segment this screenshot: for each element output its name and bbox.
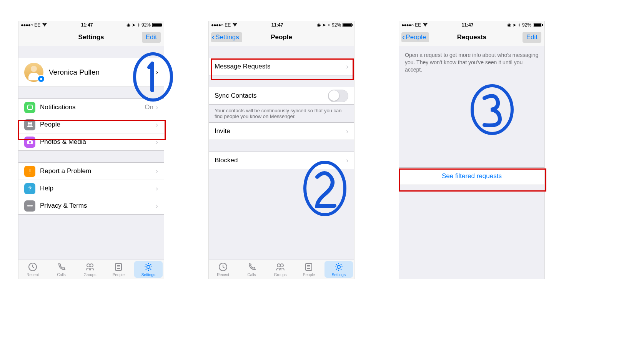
row-label: Sync Contacts xyxy=(215,92,328,100)
orientation-lock-icon: ◉ xyxy=(317,22,321,28)
tab-recent[interactable]: Recent xyxy=(209,260,237,279)
page-title: People xyxy=(271,33,292,41)
notification-icon xyxy=(24,102,35,113)
tab-people[interactable]: People xyxy=(295,260,323,279)
bluetooth-icon: ᚼ xyxy=(328,22,330,28)
row-label: People xyxy=(40,121,156,128)
screen-requests: ●●●●○ EE 11:47 ◉ ➤ ᚼ 92% ‹ People Reques… xyxy=(399,21,545,279)
tab-calls[interactable]: Calls xyxy=(237,260,266,279)
filtered-link[interactable]: See filtered requests xyxy=(442,172,502,180)
chevron-left-icon: ‹ xyxy=(402,33,405,42)
tab-label: Groups xyxy=(84,273,97,277)
clock: 11:47 xyxy=(462,22,474,28)
see-filtered-requests[interactable]: See filtered requests xyxy=(399,168,544,185)
chevron-left-icon: ‹ xyxy=(212,33,215,42)
svg-rect-5 xyxy=(29,140,31,141)
people-row-message-requests[interactable]: Message Requests › xyxy=(209,58,354,75)
svg-point-9 xyxy=(27,205,29,207)
tab-groups[interactable]: Groups xyxy=(76,260,104,279)
settings-row-report[interactable]: Report a Problem › xyxy=(18,163,164,180)
tab-settings[interactable]: Settings xyxy=(134,261,163,278)
bluetooth-icon: ᚼ xyxy=(518,22,521,28)
status-bar: ●●●●○ EE 11:47 ◉ ➤ ᚼ 92% xyxy=(18,21,164,29)
back-button[interactable]: ‹ People xyxy=(401,32,429,42)
tab-calls[interactable]: Calls xyxy=(47,260,75,279)
chevron-right-icon: › xyxy=(156,69,158,76)
row-label: Help xyxy=(40,185,156,192)
chevron-right-icon: › xyxy=(156,202,158,210)
people-icon xyxy=(24,119,35,130)
svg-point-13 xyxy=(87,264,90,267)
alert-icon xyxy=(24,166,35,177)
screen-settings: ●●●●○ EE 11:47 ◉ ➤ ᚼ 92% Settings Edit xyxy=(18,21,164,279)
tab-recent[interactable]: Recent xyxy=(18,260,47,279)
orientation-lock-icon: ◉ xyxy=(126,22,130,28)
back-label: Settings xyxy=(215,33,239,41)
orientation-lock-icon: ◉ xyxy=(507,22,511,28)
navbar: ‹ Settings People xyxy=(209,29,354,46)
svg-point-28 xyxy=(337,265,340,268)
profile-row[interactable]: Veronica Pullen › xyxy=(18,58,164,87)
sync-caption: Your contacts will be continuously synce… xyxy=(209,105,354,122)
row-label: Notifications xyxy=(40,103,145,111)
tab-label: Groups xyxy=(274,273,287,277)
clock: 11:47 xyxy=(271,22,283,28)
tab-label: Settings xyxy=(332,273,346,277)
carrier-label: EE xyxy=(34,22,40,28)
tab-label: Settings xyxy=(141,273,155,277)
tab-label: People xyxy=(303,273,315,277)
row-label: Message Requests xyxy=(215,63,346,70)
sync-toggle[interactable] xyxy=(328,90,348,102)
tab-label: Recent xyxy=(217,273,229,277)
chevron-right-icon: › xyxy=(346,63,348,71)
svg-text:?: ? xyxy=(28,185,32,192)
carrier-label: EE xyxy=(415,22,421,28)
settings-row-privacy[interactable]: Privacy & Terms › xyxy=(18,197,164,214)
row-label: Blocked xyxy=(215,157,346,164)
wifi-icon xyxy=(42,22,47,28)
back-button[interactable]: ‹ Settings xyxy=(211,32,242,42)
tab-bar: Recent Calls Groups People Settings xyxy=(209,260,354,279)
tab-settings[interactable]: Settings xyxy=(324,261,353,278)
tab-label: Recent xyxy=(27,273,39,277)
tab-label: Calls xyxy=(247,273,256,277)
svg-point-14 xyxy=(90,264,93,267)
svg-rect-6 xyxy=(30,169,30,172)
navbar: ‹ People Requests Edit xyxy=(399,29,544,46)
chevron-right-icon: › xyxy=(156,167,158,175)
chevron-right-icon: › xyxy=(156,121,158,129)
battery-icon xyxy=(343,23,352,27)
help-icon: ? xyxy=(24,183,35,194)
status-bar: ●●●●○ EE 11:47 ◉ ➤ ᚼ 92% xyxy=(399,21,544,29)
settings-row-photos[interactable]: Photos & Media › xyxy=(18,133,164,150)
wifi-icon xyxy=(423,22,428,28)
people-row-invite[interactable]: Invite › xyxy=(209,123,354,140)
requests-info-text: Open a request to get more info about wh… xyxy=(399,46,544,79)
wifi-icon xyxy=(232,22,238,28)
settings-row-help[interactable]: ? Help › xyxy=(18,180,164,197)
chevron-right-icon: › xyxy=(346,127,348,135)
battery-pct: 92% xyxy=(141,22,151,28)
battery-icon xyxy=(533,23,542,27)
svg-rect-0 xyxy=(28,105,32,110)
signal-dots: ●●●●○ xyxy=(21,22,33,28)
people-row-sync-contacts[interactable]: Sync Contacts xyxy=(209,87,354,104)
tab-groups[interactable]: Groups xyxy=(266,260,295,279)
edit-button[interactable]: Edit xyxy=(523,32,541,43)
battery-pct: 92% xyxy=(332,22,341,28)
settings-row-people[interactable]: People › xyxy=(18,116,164,133)
tab-label: Calls xyxy=(57,273,65,277)
carrier-label: EE xyxy=(225,22,231,28)
people-row-blocked[interactable]: Blocked › xyxy=(209,152,354,169)
tab-bar: Recent Calls Groups People Settings xyxy=(18,260,164,279)
signal-dots: ●●●●○ xyxy=(401,22,413,28)
page-title: Settings xyxy=(78,33,104,41)
svg-point-11 xyxy=(31,205,33,207)
settings-row-notifications[interactable]: Notifications On › xyxy=(18,99,164,116)
svg-point-23 xyxy=(280,264,283,267)
chevron-right-icon: › xyxy=(156,103,158,112)
camera-icon xyxy=(24,137,35,148)
tab-label: People xyxy=(113,273,125,277)
tab-people[interactable]: People xyxy=(104,260,133,279)
edit-button[interactable]: Edit xyxy=(142,32,161,43)
